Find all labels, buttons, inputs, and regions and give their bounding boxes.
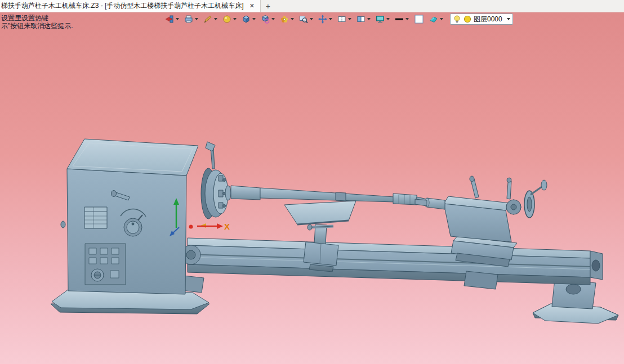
- right-pedestal: [533, 279, 618, 323]
- lathe-bed: [181, 238, 603, 293]
- document-tab[interactable]: 梯扶手葫芦柱子木工机械车床.Z3 - [手动仿型木工楼梯扶手葫芦柱子木工机械车床…: [0, 0, 261, 12]
- lathe-model[interactable]: [51, 139, 618, 323]
- edit-sketch-icon[interactable]: [202, 14, 219, 25]
- dropdown-caret: [233, 18, 237, 20]
- hint-text: 设置里设置热键 示"按钮来取消这些提示.: [1, 14, 73, 30]
- layer-visibility-bulb-icon[interactable]: [453, 15, 461, 24]
- dropdown-caret: [291, 18, 294, 20]
- layer-dropdown-caret[interactable]: [507, 18, 510, 20]
- dropdown-caret: [176, 18, 179, 20]
- zoom-window-icon[interactable]: [297, 14, 315, 25]
- layer-name: 图层0000: [474, 15, 503, 24]
- dropdown-caret: [329, 18, 332, 20]
- pan-icon[interactable]: [317, 14, 334, 25]
- new-tab-button[interactable]: +: [261, 0, 275, 12]
- clip-plane-icon[interactable]: [355, 14, 372, 25]
- section-view-icon[interactable]: [336, 14, 353, 25]
- wireframe-cube-icon[interactable]: [259, 14, 277, 25]
- dropdown-caret: [271, 18, 275, 20]
- solid-cube-icon[interactable]: [240, 14, 257, 25]
- dropdown-caret: [348, 18, 351, 20]
- hint-line-1: 设置里设置热键: [1, 14, 73, 22]
- dropdown-caret: [405, 18, 409, 20]
- tab-close-icon[interactable]: ✕: [248, 2, 256, 10]
- origin-point: [189, 225, 193, 229]
- dropdown-caret: [252, 18, 256, 20]
- hint-line-2: 示"按钮来取消这些提示.: [1, 22, 73, 30]
- dropdown-caret: [310, 18, 313, 20]
- model-viewport[interactable]: X: [0, 12, 624, 364]
- dropdown-caret: [367, 18, 371, 20]
- document-tab-title: 梯扶手葫芦柱子木工机械车床.Z3 - [手动仿型木工楼梯扶手葫芦柱子木工机械车床…: [1, 1, 244, 11]
- layer-selector[interactable]: 图层0000: [450, 14, 513, 25]
- color-wheel-icon[interactable]: [278, 14, 296, 25]
- display-mode-icon[interactable]: [182, 14, 200, 25]
- tab-bar: 梯扶手葫芦柱子木工机械车床.Z3 - [手动仿型木工楼梯扶手葫芦柱子木工机械车床…: [0, 0, 624, 12]
- layer-color-icon[interactable]: [463, 15, 471, 23]
- dropdown-caret: [386, 18, 390, 20]
- view-toolbar: 图层0000: [163, 14, 513, 25]
- material-icon[interactable]: [427, 14, 445, 25]
- dropdown-caret: [214, 18, 217, 20]
- dropdown-caret: [440, 18, 443, 20]
- axis-x-label: X: [224, 222, 230, 231]
- shade-sphere-icon[interactable]: [221, 14, 238, 25]
- dropdown-caret: [195, 18, 198, 20]
- background-color-icon[interactable]: [412, 14, 426, 25]
- headstock-cabinet: [61, 139, 198, 294]
- line-width-icon[interactable]: [393, 14, 411, 25]
- viewport-background[interactable]: 设置里设置热键 示"按钮来取消这些提示.: [0, 12, 624, 364]
- screen-capture-icon[interactable]: [374, 14, 391, 25]
- exit-icon[interactable]: [163, 14, 181, 25]
